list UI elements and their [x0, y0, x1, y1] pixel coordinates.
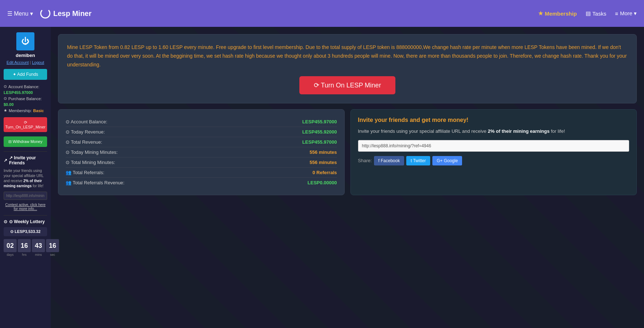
stat-referrals-revenue: 👥 Total Referrals Revenue: LESP0.00000	[66, 178, 337, 188]
coin-icon: ⊙	[4, 84, 7, 89]
info-text: Mine LESP Token from 0.82 LESP up to 1.6…	[67, 43, 628, 69]
contest-notice[interactable]: Contest active, click here for more info…	[4, 203, 47, 211]
mins-label: mins	[35, 253, 42, 257]
affiliate-url-main[interactable]	[358, 140, 630, 152]
sidebar: ⏻ demiben Edit Account | Logout ✦ Add Fu…	[0, 27, 51, 328]
stat-referrals-revenue-value: LESP0.00000	[308, 180, 337, 185]
days-label: days	[7, 253, 13, 257]
stat-today-mining-value: 556 minutes	[309, 149, 337, 155]
more-icon: ≡	[615, 11, 618, 17]
star2-icon: ★	[4, 108, 7, 113]
stat-today-mining-label: ⊙ Today Mining Minutes:	[66, 149, 118, 155]
share-label: Share:	[358, 158, 372, 163]
add-funds-button[interactable]: ✦ Add Funds	[4, 69, 47, 80]
stat-total-mining-label: ⊙ Total Mining Minutes:	[66, 160, 115, 165]
countdown-mins: 43 mins	[32, 239, 45, 257]
brand-label: Lesp Miner	[53, 9, 92, 18]
lottery-section: ⊙ ⊙ Weekly Lottery ⊙ LESP3,533.32 02 day…	[4, 215, 47, 257]
user-avatar: ⏻	[16, 32, 34, 50]
membership-tier: Basic	[33, 108, 44, 113]
twitter-share-button[interactable]: t Twitter	[406, 156, 430, 165]
countdown-days: 02 days	[4, 239, 17, 257]
mins-value: 43	[32, 239, 45, 252]
info-box: Mine LESP Token from 0.82 LESP up to 1.6…	[58, 34, 637, 103]
stat-account-balance-value: LESP455.97000	[302, 119, 337, 124]
membership-row: ★ Membership: Basic	[4, 108, 47, 113]
account-balance-row: ⊙ Account Balance: LESP455.97000	[4, 84, 47, 95]
invite-desc: Invite your friends using your special a…	[4, 168, 47, 189]
hrs-label: hrs	[22, 253, 27, 257]
brand-spinner-icon	[40, 8, 50, 19]
stat-total-referrals-label: 👥 Total Referrals:	[66, 170, 104, 175]
username: demiben	[16, 53, 35, 58]
invite-section: ↗ ↗ Invite your Friends Invite your frie…	[4, 151, 47, 211]
navbar-left: ☰ Menu ▾ Lesp Miner	[7, 8, 92, 19]
purchase-balance-row: ⊙ Purchase Balance: $0.00	[4, 96, 47, 107]
invite-title: ↗ ↗ Invite your Friends	[4, 155, 47, 165]
hrs-value: 16	[18, 239, 31, 252]
purchase-balance-value: $0.00	[4, 102, 14, 107]
main-content: Mine LESP Token from 0.82 LESP up to 1.6…	[51, 27, 644, 328]
stats-row: ⊙ Account Balance: LESP455.97000 ⊙ Today…	[58, 109, 637, 195]
tasks-link[interactable]: ▤ Tasks	[586, 10, 606, 17]
withdraw-button[interactable]: ⊟ Withdraw Money	[4, 136, 47, 147]
turn-on-button-sidebar[interactable]: ⟳ Turn_On_LESP_Miner	[4, 117, 47, 132]
stat-today-revenue: ⊙ Today Revenue: LESP455.92000	[66, 127, 337, 137]
facebook-share-button[interactable]: f Facebook	[374, 156, 404, 165]
stat-total-referrals-value: 0 Referrals	[312, 170, 337, 175]
power-icon: ⏻	[21, 37, 29, 46]
stat-total-revenue-value: LESP455.97000	[302, 139, 337, 145]
stat-today-revenue-value: LESP455.92000	[302, 129, 337, 135]
share-buttons: Share: f Facebook t Twitter G+ Google	[358, 156, 630, 165]
stats-box: ⊙ Account Balance: LESP455.97000 ⊙ Today…	[58, 109, 345, 195]
days-value: 02	[4, 239, 17, 252]
stat-total-referrals: 👥 Total Referrals: 0 Referrals	[66, 168, 337, 178]
countdown-hrs: 16 hrs	[18, 239, 31, 257]
balance-section: ⊙ Account Balance: LESP455.97000 ⊙ Purch…	[4, 84, 47, 113]
stat-today-mining: ⊙ Today Mining Minutes: 556 minutes	[66, 147, 337, 157]
stat-total-mining: ⊙ Total Mining Minutes: 556 minutes	[66, 157, 337, 168]
invite-box-title: Invite your friends and get more money!	[358, 117, 630, 123]
tasks-icon: ▤	[586, 10, 591, 17]
invite-friends-box: Invite your friends and get more money! …	[350, 109, 637, 195]
stat-referrals-revenue-label: 👥 Total Referrals Revenue:	[66, 180, 124, 185]
menu-button[interactable]: ☰ Menu ▾	[7, 10, 33, 17]
stat-today-revenue-label: ⊙ Today Revenue:	[66, 129, 105, 135]
google-share-button[interactable]: G+ Google	[432, 156, 462, 165]
stat-total-mining-value: 556 minutes	[309, 160, 337, 165]
membership-link[interactable]: ★ Membership	[538, 10, 577, 17]
logout-link[interactable]: Logout	[32, 60, 44, 65]
star-icon: ★	[538, 10, 543, 17]
more-link[interactable]: ≡ More ▾	[615, 10, 637, 17]
lottery-amount: ⊙ LESP3,533.32	[4, 227, 47, 236]
edit-account-link[interactable]: Edit Account	[7, 60, 29, 65]
account-balance-value: LESP455.97000	[4, 90, 33, 95]
navbar: ☰ Menu ▾ Lesp Miner ★ Membership ▤ Tasks…	[0, 0, 644, 27]
stat-account-balance: ⊙ Account Balance: LESP455.97000	[66, 117, 337, 127]
stat-account-balance-label: ⊙ Account Balance:	[66, 119, 107, 124]
lottery-icon: ⊙	[4, 219, 7, 224]
brand: Lesp Miner	[40, 8, 92, 19]
countdown: 02 days 16 hrs 43 mins 16 sec	[4, 239, 47, 257]
coin2-icon: ⊙	[4, 96, 7, 101]
user-section: ⏻ demiben Edit Account | Logout	[4, 32, 47, 65]
turn-on-main-button[interactable]: ⟳ Turn On LESP Miner	[299, 76, 396, 94]
stat-total-revenue: ⊙ Total Revenue: LESP455.97000	[66, 137, 337, 147]
stat-total-revenue-label: ⊙ Total Revenue:	[66, 139, 102, 145]
user-actions: Edit Account | Logout	[7, 60, 44, 65]
invite-box-desc: Invite your friends using your special a…	[358, 128, 630, 135]
share-icon: ↗	[4, 158, 7, 163]
lottery-title: ⊙ ⊙ Weekly Lottery	[4, 219, 47, 224]
affiliate-url-input-sidebar[interactable]	[4, 192, 47, 200]
navbar-right: ★ Membership ▤ Tasks ≡ More ▾	[538, 10, 637, 17]
main-layout: ⏻ demiben Edit Account | Logout ✦ Add Fu…	[0, 27, 644, 328]
